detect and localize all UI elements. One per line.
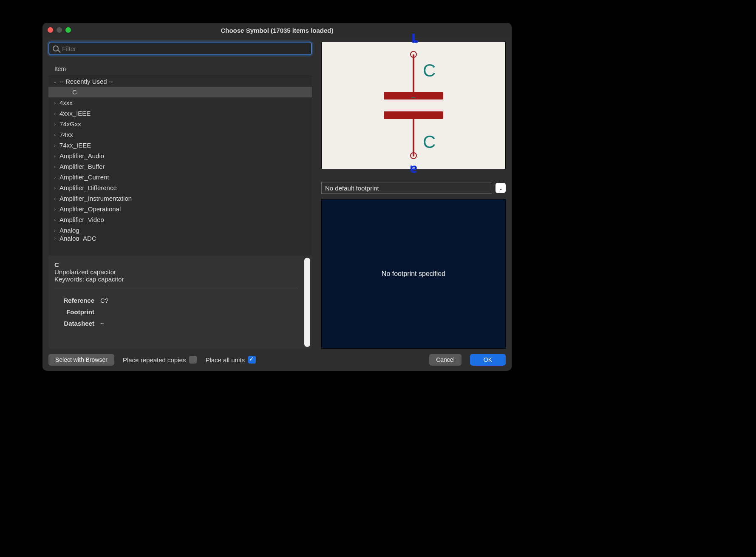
chevron-right-icon: › <box>52 207 58 212</box>
zoom-icon[interactable] <box>65 27 71 33</box>
tree-lib[interactable]: ›Analog_ADC <box>48 236 312 241</box>
content-area: Item ⌄ -- Recently Used -- C ›4xxx ›4xxx… <box>42 37 512 349</box>
tree-lib[interactable]: ›Amplifier_Instrumentation <box>48 193 312 204</box>
chevron-right-icon: › <box>52 164 58 169</box>
chevron-right-icon: › <box>52 175 58 180</box>
capacitor-plate-bottom <box>384 111 443 119</box>
pin-endpoint-bottom <box>410 152 417 159</box>
tree-lib[interactable]: ›Amplifier_Difference <box>48 182 312 193</box>
tree-lib[interactable]: ›74xx_IEEE <box>48 140 312 151</box>
symbol-details-panel: C Unpolarized capacitor Keywords: cap ca… <box>48 256 312 349</box>
ok-button[interactable]: OK <box>470 354 506 366</box>
footprint-select[interactable]: No default footprint <box>321 182 492 194</box>
chevron-right-icon: › <box>52 143 58 148</box>
value-tilde: ~ <box>411 93 416 102</box>
ref-label-bottom: ɐ <box>410 161 417 176</box>
place-repeated-option[interactable]: Place repeated copies <box>123 356 197 364</box>
tree-lib[interactable]: ›74xGxx <box>48 119 312 129</box>
chevron-right-icon: › <box>52 217 58 222</box>
tree-group-recent[interactable]: ⌄ -- Recently Used -- <box>48 76 312 87</box>
titlebar: Choose Symbol (17035 items loaded) <box>42 23 512 37</box>
dialog-footer: Select with Browser Place repeated copie… <box>42 349 512 371</box>
tree-header-item: Item <box>48 62 312 76</box>
pin-name-top: C <box>423 60 436 81</box>
chevron-right-icon: › <box>52 185 58 190</box>
tree-lib[interactable]: ›4xxx_IEEE <box>48 108 312 119</box>
tree-lib[interactable]: ›4xxx <box>48 97 312 108</box>
tree-lib[interactable]: ›74xx <box>48 129 312 140</box>
chevron-right-icon: › <box>52 153 58 159</box>
tree-lib[interactable]: ›Amplifier_Operational <box>48 204 312 214</box>
chevron-right-icon: › <box>52 132 58 137</box>
field-value-reference: C? <box>100 297 108 304</box>
chevron-right-icon: › <box>52 236 58 241</box>
footprint-select-row: No default footprint ⌄ <box>321 182 506 194</box>
symbol-preview[interactable]: ┗ ~ ɐ C C <box>321 42 506 169</box>
checkbox-repeated[interactable] <box>189 356 197 364</box>
footprint-preview[interactable]: No footprint specified <box>321 199 506 349</box>
tree-lib[interactable]: ›Amplifier_Audio <box>48 151 312 161</box>
pin-name-bottom: C <box>423 132 436 152</box>
field-label-datasheet: Datasheet <box>54 320 94 327</box>
symbol-tree[interactable]: ⌄ -- Recently Used -- C ›4xxx ›4xxx_IEEE… <box>48 76 312 255</box>
place-all-units-option[interactable]: Place all units <box>205 356 256 364</box>
tree-lib[interactable]: ›Analog <box>48 225 312 236</box>
symbol-keywords: Keywords: cap capacitor <box>54 276 298 283</box>
chevron-right-icon: › <box>52 196 58 201</box>
chevron-down-icon: ⌄ <box>498 185 503 191</box>
filter-input[interactable] <box>62 45 308 52</box>
field-label-reference: Reference <box>54 297 94 304</box>
symbol-name: C <box>54 261 298 268</box>
window-controls <box>48 27 71 33</box>
window-title: Choose Symbol (17035 items loaded) <box>47 27 507 34</box>
minimize-icon[interactable] <box>57 27 62 33</box>
tree-item-c[interactable]: C <box>48 87 312 97</box>
cancel-button[interactable]: Cancel <box>429 354 462 366</box>
left-pane: Item ⌄ -- Recently Used -- C ›4xxx ›4xxx… <box>48 42 312 349</box>
chevron-right-icon: › <box>52 100 58 105</box>
chevron-down-icon: ⌄ <box>52 79 58 84</box>
symbol-description: Unpolarized capacitor <box>54 268 298 276</box>
pin-bottom <box>413 119 414 156</box>
footprint-dropdown-button[interactable]: ⌄ <box>496 183 506 193</box>
search-icon <box>53 45 59 51</box>
details-scrollbar[interactable] <box>304 258 310 347</box>
chevron-right-icon: › <box>52 228 58 233</box>
field-value-datasheet: ~ <box>100 320 104 327</box>
chevron-right-icon: › <box>52 111 58 116</box>
footprint-placeholder: No footprint specified <box>382 270 445 278</box>
select-with-browser-button[interactable]: Select with Browser <box>48 354 114 366</box>
right-pane: ┗ ~ ɐ C C No default footprint ⌄ <box>321 42 506 349</box>
close-icon[interactable] <box>48 27 53 33</box>
symbol-chooser-dialog: Choose Symbol (17035 items loaded) Item … <box>42 23 512 371</box>
tree-lib[interactable]: ›Amplifier_Buffer <box>48 161 312 172</box>
chevron-right-icon: › <box>52 122 58 127</box>
ref-label-top: ┗ <box>410 34 417 49</box>
checkbox-all-units[interactable] <box>248 356 256 364</box>
tree-lib[interactable]: ›Amplifier_Video <box>48 214 312 225</box>
pin-top <box>413 54 414 93</box>
tree-lib[interactable]: ›Amplifier_Current <box>48 172 312 182</box>
field-label-footprint: Footprint <box>54 308 94 315</box>
search-field-wrap[interactable] <box>48 42 312 55</box>
